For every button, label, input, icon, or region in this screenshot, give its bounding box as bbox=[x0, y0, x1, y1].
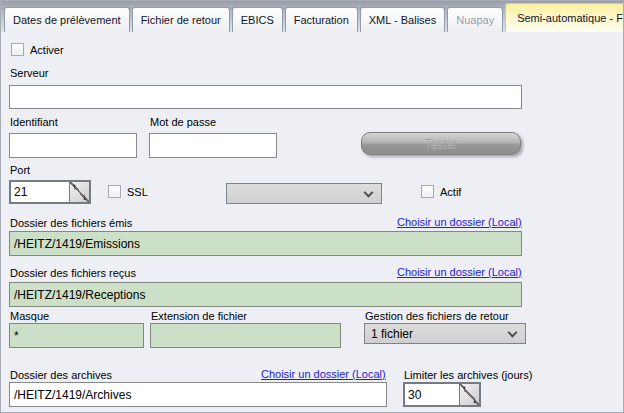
tab-strip: Dates de prélèvement Fichier de retour E… bbox=[1, 1, 623, 32]
tab-semi-automatique-ftp[interactable]: Semi-automatique - FTP bbox=[505, 3, 624, 32]
limit-archives-spin-buttons[interactable]: ↑ ↓ bbox=[459, 384, 479, 405]
serveur-label: Serveur bbox=[10, 67, 49, 79]
return-files-management-value: 1 fichier bbox=[371, 327, 413, 341]
archives-folder-label: Dossier des archives bbox=[10, 369, 112, 381]
port-spin-buttons[interactable]: ↑ ↓ bbox=[69, 182, 89, 202]
received-folder-choose-link[interactable]: Choisir un dossier (Local) bbox=[397, 266, 522, 278]
identifiant-label: Identifiant bbox=[10, 116, 58, 128]
activer-label: Activer bbox=[30, 44, 64, 56]
spin-up-icon[interactable]: ↑ bbox=[72, 182, 77, 192]
return-files-management-label: Gestion des fichiers de retour bbox=[365, 310, 509, 322]
tab-fichier-de-retour[interactable]: Fichier de retour bbox=[132, 7, 230, 32]
actif-checkbox[interactable] bbox=[421, 185, 434, 198]
tab-xml-balises[interactable]: XML - Balises bbox=[360, 7, 445, 32]
return-files-management-select[interactable]: 1 fichier bbox=[364, 323, 526, 344]
archives-folder-choose-link[interactable]: Choisir un dossier (Local) bbox=[261, 368, 386, 380]
limit-archives-label: Limiter les archives (jours) bbox=[404, 369, 532, 381]
mot-de-passe-label: Mot de passe bbox=[150, 116, 216, 128]
actif-label: Actif bbox=[440, 186, 461, 198]
ssl-label: SSL bbox=[127, 186, 148, 198]
limit-archives-input[interactable] bbox=[405, 384, 459, 405]
spin-down-icon[interactable]: ↓ bbox=[82, 192, 87, 202]
received-folder-input[interactable] bbox=[9, 282, 522, 307]
received-folder-label: Dossier des fichiers reçus bbox=[10, 267, 136, 279]
tab-facturation[interactable]: Facturation bbox=[285, 7, 358, 32]
spin-down-icon[interactable]: ↓ bbox=[472, 395, 477, 405]
mask-input[interactable] bbox=[9, 323, 144, 348]
tab-nuapay: Nuapay bbox=[447, 7, 503, 32]
limit-archives-spinner: ↑ ↓ bbox=[403, 382, 481, 407]
protocol-select[interactable] bbox=[226, 183, 382, 204]
identifiant-input[interactable] bbox=[9, 133, 137, 158]
port-spinner: ↑ ↓ bbox=[9, 180, 91, 204]
chevron-down-icon bbox=[364, 187, 374, 197]
port-label: Port bbox=[10, 164, 30, 176]
chevron-down-icon bbox=[508, 327, 518, 337]
ssl-checkbox[interactable] bbox=[108, 185, 121, 198]
activer-checkbox[interactable] bbox=[11, 43, 24, 56]
port-input[interactable] bbox=[11, 182, 69, 202]
ftp-settings-panel: Dates de prélèvement Fichier de retour E… bbox=[0, 0, 624, 413]
archives-folder-input[interactable] bbox=[9, 382, 387, 407]
emitted-folder-choose-link[interactable]: Choisir un dossier (Local) bbox=[397, 216, 522, 228]
emitted-folder-label: Dossier des fichiers émis bbox=[10, 217, 132, 229]
tester-button[interactable]: Tester bbox=[361, 132, 521, 155]
mask-label: Masque bbox=[10, 310, 49, 322]
extension-input[interactable] bbox=[150, 323, 341, 348]
extension-label: Extension de fichier bbox=[151, 310, 247, 322]
emitted-folder-input[interactable] bbox=[9, 231, 522, 256]
spin-up-icon[interactable]: ↑ bbox=[462, 384, 467, 394]
tab-dates-de-prelevement[interactable]: Dates de prélèvement bbox=[4, 7, 130, 32]
tab-ebics[interactable]: EBICS bbox=[232, 7, 283, 32]
serveur-input[interactable] bbox=[9, 85, 522, 109]
mot-de-passe-input[interactable] bbox=[149, 133, 277, 158]
